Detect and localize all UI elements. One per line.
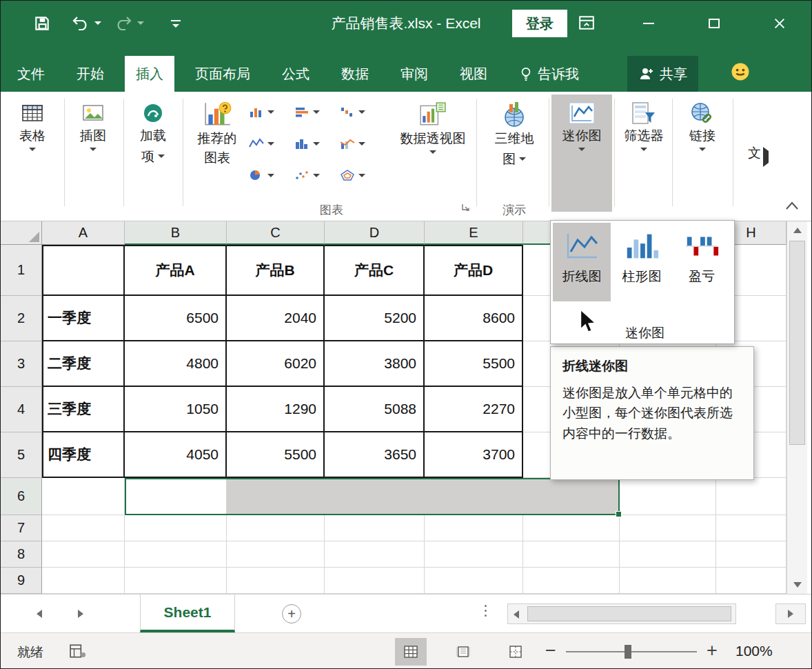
cell-D1[interactable]: 产品C <box>325 245 425 296</box>
cell-A3[interactable]: 二季度 <box>42 341 125 387</box>
cell-H9[interactable] <box>716 568 786 594</box>
zoom-level-label[interactable]: 100% <box>735 643 773 659</box>
cell-C4[interactable]: 1290 <box>227 387 325 432</box>
column-header-D[interactable]: D <box>325 221 425 245</box>
tab-home[interactable]: 开始 <box>65 56 115 92</box>
row-header-1[interactable]: 1 <box>1 245 42 296</box>
links-button[interactable]: 链接 <box>676 94 729 212</box>
macro-record-button[interactable] <box>70 644 86 661</box>
selection-range[interactable] <box>125 478 620 515</box>
cell-B9[interactable] <box>125 568 227 594</box>
page-break-view-button[interactable] <box>500 638 531 666</box>
cell-E2[interactable]: 8600 <box>425 296 523 341</box>
redo-caret-icon[interactable] <box>137 21 144 25</box>
tab-splitter-handle[interactable] <box>485 605 487 617</box>
cell-A8[interactable] <box>42 541 125 568</box>
save-button[interactable] <box>31 13 53 34</box>
minimize-button[interactable] <box>625 1 673 46</box>
cell-E5[interactable]: 3700 <box>425 432 523 478</box>
cell-D4[interactable]: 5088 <box>325 387 425 432</box>
sheet-nav-prev-button[interactable] <box>31 606 48 622</box>
cell-B5[interactable]: 4050 <box>125 432 227 478</box>
tables-button[interactable]: 表格 <box>9 94 56 212</box>
row-header-5[interactable]: 5 <box>1 432 42 478</box>
scroll-down-button[interactable] <box>787 576 807 594</box>
insert-waterfall-chart-button[interactable] <box>340 103 365 121</box>
cell-B7[interactable] <box>125 515 227 541</box>
normal-view-button[interactable] <box>395 638 427 666</box>
zoom-slider-track[interactable] <box>566 651 697 652</box>
cell-D8[interactable] <box>325 541 425 568</box>
tab-tell-me[interactable]: 告诉我 <box>508 56 590 92</box>
slicers-button[interactable]: 筛选器 <box>618 94 669 212</box>
vertical-scrollbar[interactable] <box>786 221 807 594</box>
cell-G6[interactable] <box>620 478 716 515</box>
page-layout-view-button[interactable] <box>447 638 479 666</box>
scroll-right-button[interactable] <box>775 603 806 624</box>
column-header-C[interactable]: C <box>227 221 325 245</box>
zoom-in-button[interactable]: + <box>707 640 718 661</box>
row-header-8[interactable]: 8 <box>1 541 42 568</box>
cell-G7[interactable] <box>620 515 716 541</box>
insert-statistic-chart-button[interactable] <box>294 134 320 152</box>
zoom-out-button[interactable]: − <box>545 640 556 661</box>
cell-H7[interactable] <box>716 515 786 541</box>
tab-page-layout[interactable]: 页面布局 <box>184 56 261 92</box>
new-sheet-button[interactable]: + <box>282 604 301 623</box>
menu-item-line-sparkline[interactable]: 折线图 <box>553 223 611 301</box>
cell-A1[interactable] <box>42 245 125 296</box>
undo-button[interactable] <box>70 13 92 34</box>
cell-C7[interactable] <box>227 515 325 541</box>
cell-E4[interactable]: 2270 <box>425 387 523 432</box>
row-header-4[interactable]: 4 <box>1 387 42 432</box>
insert-column-bar-chart-button[interactable] <box>249 103 274 121</box>
cell-C5[interactable]: 5500 <box>227 432 325 478</box>
cell-D3[interactable]: 3800 <box>325 341 425 387</box>
tab-view[interactable]: 视图 <box>449 56 498 92</box>
sign-in-button[interactable]: 登录 <box>512 10 567 37</box>
insert-pie-chart-button[interactable] <box>249 166 274 184</box>
ribbon-continuation-arrow-icon[interactable] <box>763 151 769 163</box>
insert-line-area-chart-button[interactable] <box>249 134 274 152</box>
fill-handle[interactable] <box>616 511 622 517</box>
column-header-B[interactable]: B <box>125 221 227 245</box>
cell-C3[interactable]: 6020 <box>227 341 325 387</box>
column-header-A[interactable]: A <box>42 221 125 245</box>
pivot-chart-button[interactable]: 数据透视图 <box>395 94 471 212</box>
cell-D2[interactable]: 5200 <box>325 296 425 341</box>
cell-E7[interactable] <box>425 515 523 541</box>
cell-F8[interactable] <box>523 541 620 568</box>
cell-F9[interactable] <box>523 568 620 594</box>
insert-scatter-chart-button[interactable] <box>294 166 320 184</box>
row-header-7[interactable]: 7 <box>1 515 42 541</box>
insert-radar-chart-button[interactable] <box>340 166 365 184</box>
qat-customize-button[interactable] <box>165 13 187 34</box>
row-header-9[interactable]: 9 <box>1 568 42 594</box>
horizontal-scrollbar[interactable] <box>507 603 736 624</box>
cell-C9[interactable] <box>227 568 325 594</box>
feedback-smiley-button[interactable] <box>730 61 751 85</box>
sheet-tab-sheet1[interactable]: Sheet1 <box>140 595 235 632</box>
map-3d-button[interactable]: 三维地 图 <box>483 94 545 212</box>
charts-dialog-launcher[interactable] <box>461 202 470 214</box>
zoom-slider-handle[interactable] <box>625 645 631 659</box>
cell-B2[interactable]: 6500 <box>125 296 227 341</box>
cell-A6[interactable] <box>42 478 125 515</box>
cell-C1[interactable]: 产品B <box>227 245 325 296</box>
tab-file[interactable]: 文件 <box>6 56 56 92</box>
cell-A2[interactable]: 一季度 <box>42 296 125 341</box>
horizontal-scrollbar-thumb[interactable] <box>527 606 731 621</box>
tab-share[interactable]: 共享 <box>627 56 698 92</box>
recommended-charts-button[interactable]: 推荐的 图表 <box>188 94 246 212</box>
row-header-6[interactable]: 6 <box>1 478 42 515</box>
cell-G9[interactable] <box>620 568 716 594</box>
insert-combo-chart-button[interactable] <box>340 134 365 152</box>
cell-A7[interactable] <box>42 515 125 541</box>
cell-E9[interactable] <box>425 568 523 594</box>
cell-D9[interactable] <box>325 568 425 594</box>
cell-E3[interactable]: 5500 <box>425 341 523 387</box>
collapse-ribbon-button[interactable] <box>784 199 800 214</box>
tab-formulas[interactable]: 公式 <box>271 56 321 92</box>
undo-caret-icon[interactable] <box>94 21 101 25</box>
column-header-E[interactable]: E <box>425 221 523 245</box>
